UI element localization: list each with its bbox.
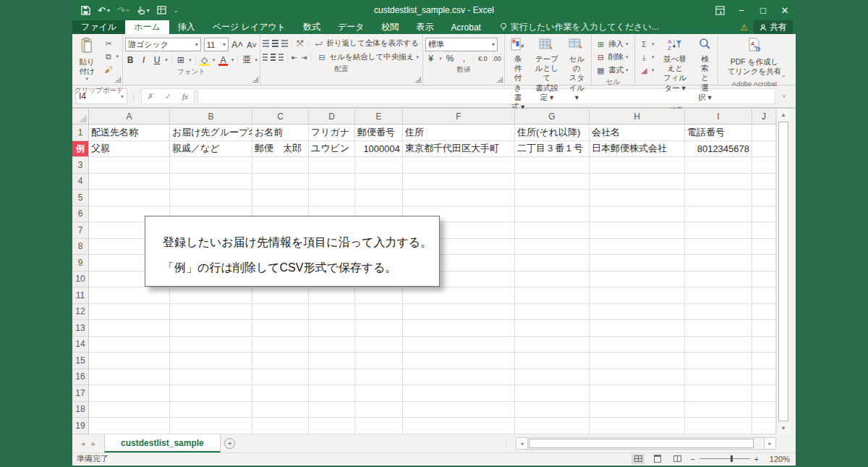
cell-G10[interactable] bbox=[515, 272, 590, 288]
bold-button[interactable]: B bbox=[125, 55, 135, 65]
cell-H12[interactable] bbox=[590, 304, 685, 321]
cell-G15[interactable] bbox=[515, 353, 590, 369]
cell-A18[interactable] bbox=[89, 402, 170, 418]
prev-sheet-icon[interactable]: ◂ bbox=[81, 439, 85, 447]
cell-H3[interactable] bbox=[590, 157, 685, 174]
cell-A例[interactable]: 父親 bbox=[89, 141, 170, 158]
comma-format-icon[interactable]: , bbox=[459, 54, 469, 64]
cell-I1[interactable]: 電話番号 bbox=[685, 125, 752, 141]
scroll-down-icon[interactable]: ▼ bbox=[777, 422, 790, 434]
select-all-corner[interactable] bbox=[72, 109, 89, 125]
cell-I例[interactable]: 8012345678 bbox=[685, 141, 752, 158]
cell-B14[interactable] bbox=[170, 337, 252, 353]
cell-G14[interactable] bbox=[515, 337, 590, 353]
cell-H6[interactable] bbox=[590, 206, 685, 223]
clipboard-dialog-launcher-icon[interactable] bbox=[115, 77, 121, 83]
cell-G9[interactable] bbox=[515, 255, 590, 272]
cell-F12[interactable] bbox=[403, 304, 515, 321]
cell-G12[interactable] bbox=[515, 304, 590, 321]
insert-cells-button[interactable]: ⊞挿入▾ bbox=[594, 38, 632, 50]
cell-J11[interactable] bbox=[752, 287, 776, 304]
cell-D15[interactable] bbox=[309, 353, 355, 369]
cell-E1[interactable]: 郵便番号 bbox=[355, 125, 403, 141]
clear-icon[interactable]: ◢▾ bbox=[637, 64, 656, 76]
normal-view-button[interactable] bbox=[631, 454, 644, 464]
tab-file[interactable]: ファイル bbox=[72, 20, 125, 34]
zoom-level[interactable]: 120% bbox=[765, 455, 790, 463]
cut-icon[interactable]: ✂ bbox=[101, 38, 120, 49]
column-header-J[interactable]: J bbox=[752, 109, 776, 125]
find-select-button[interactable]: 検索と 選択 ▾ bbox=[694, 35, 715, 104]
row-header-19[interactable]: 19 bbox=[72, 418, 89, 434]
cell-G5[interactable] bbox=[515, 190, 590, 206]
cell-E3[interactable] bbox=[355, 157, 403, 174]
grow-font-icon[interactable]: A˄ bbox=[231, 39, 243, 50]
cell-I11[interactable] bbox=[685, 287, 752, 304]
cell-J7[interactable] bbox=[752, 222, 776, 239]
tab-home[interactable]: ホーム bbox=[125, 20, 169, 34]
cell-A17[interactable] bbox=[89, 385, 170, 402]
align-bottom-icon[interactable] bbox=[281, 40, 288, 47]
align-right-icon[interactable] bbox=[278, 54, 284, 61]
fill-color-icon[interactable]: ◇ bbox=[199, 55, 209, 65]
page-break-view-button[interactable] bbox=[671, 454, 684, 464]
row-header-4[interactable]: 4 bbox=[72, 174, 89, 190]
cell-A11[interactable] bbox=[89, 287, 170, 304]
share-button[interactable]: 共有 bbox=[754, 20, 793, 34]
cell-D16[interactable] bbox=[309, 369, 355, 386]
cell-I4[interactable] bbox=[685, 174, 752, 190]
page-layout-view-button[interactable] bbox=[651, 454, 664, 464]
cell-F5[interactable] bbox=[403, 190, 515, 206]
column-header-I[interactable]: I bbox=[685, 109, 752, 125]
cell-F19[interactable] bbox=[403, 418, 515, 434]
scroll-up-icon[interactable]: ▲ bbox=[777, 109, 790, 121]
cell-E18[interactable] bbox=[355, 402, 403, 418]
cell-J17[interactable] bbox=[752, 385, 776, 402]
cell-J6[interactable] bbox=[752, 206, 776, 223]
cell-E5[interactable] bbox=[355, 190, 403, 206]
vertical-scrollbar[interactable]: ▲ ▼ bbox=[776, 109, 790, 434]
minimize-button[interactable]: − bbox=[731, 0, 752, 20]
cell-B19[interactable] bbox=[170, 418, 252, 434]
row-header-9[interactable]: 9 bbox=[72, 255, 89, 272]
row-header-14[interactable]: 14 bbox=[72, 337, 89, 353]
create-pdf-button[interactable]: A PDF を作成し てリンクを共有 bbox=[724, 35, 786, 78]
cell-H11[interactable] bbox=[590, 287, 685, 304]
cell-G3[interactable] bbox=[515, 157, 590, 174]
cell-G16[interactable] bbox=[515, 369, 590, 386]
vertical-scroll-thumb[interactable] bbox=[778, 122, 788, 421]
cell-I9[interactable] bbox=[685, 255, 752, 272]
tell-me-box[interactable]: 実行したい作業を入力してください... bbox=[490, 20, 659, 34]
cell-J15[interactable] bbox=[752, 353, 776, 369]
cell-G19[interactable] bbox=[515, 418, 590, 434]
wrap-text-button[interactable]: ⮐ 折り返して全体を表示する bbox=[312, 38, 420, 49]
font-color-icon[interactable]: A bbox=[218, 55, 228, 65]
paste-button[interactable]: 貼り付け ▾ bbox=[75, 35, 99, 85]
cell-I18[interactable] bbox=[685, 402, 752, 418]
cell-H18[interactable] bbox=[590, 402, 685, 418]
increase-decimal-icon[interactable]: €.0 bbox=[477, 55, 488, 62]
font-size-select[interactable]: 11▾ bbox=[204, 38, 229, 51]
cell-I15[interactable] bbox=[685, 353, 752, 369]
cell-C5[interactable] bbox=[252, 190, 309, 206]
cell-C16[interactable] bbox=[252, 369, 309, 386]
cell-D3[interactable] bbox=[309, 157, 355, 174]
fill-icon[interactable]: ⤓▾ bbox=[637, 51, 656, 63]
tab-data[interactable]: データ bbox=[329, 20, 373, 34]
cell-G13[interactable] bbox=[515, 320, 590, 337]
column-header-F[interactable]: F bbox=[403, 109, 515, 125]
cell-G7[interactable] bbox=[515, 222, 590, 239]
cell-F3[interactable] bbox=[403, 157, 515, 174]
scroll-right-icon[interactable]: ▸ bbox=[764, 437, 776, 450]
row-header-6[interactable]: 6 bbox=[72, 206, 89, 223]
row-header-3[interactable]: 3 bbox=[72, 157, 89, 174]
cell-E14[interactable] bbox=[355, 337, 403, 353]
expand-formula-bar-icon[interactable]: ˅ bbox=[778, 93, 790, 100]
column-header-A[interactable]: A bbox=[89, 109, 170, 125]
cell-F4[interactable] bbox=[403, 174, 515, 190]
cell-D5[interactable] bbox=[309, 190, 355, 206]
tab-acrobat[interactable]: Acrobat bbox=[443, 20, 490, 34]
cell-D例[interactable]: ユウビン bbox=[309, 141, 355, 158]
row-header-17[interactable]: 17 bbox=[72, 385, 89, 402]
cell-F13[interactable] bbox=[403, 320, 515, 337]
